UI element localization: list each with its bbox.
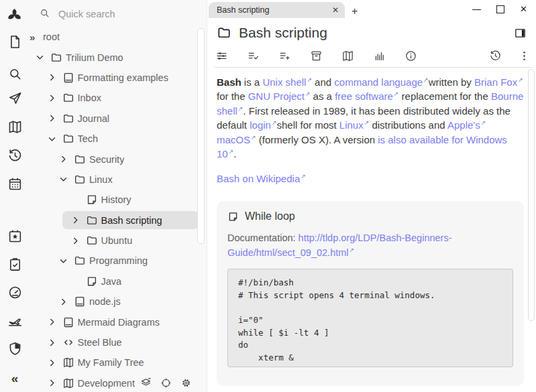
card-title[interactable]: While loop [245, 209, 295, 224]
inline-link[interactable]: login↗ [250, 119, 276, 131]
tree-item-inner[interactable]: Bash scripting [62, 211, 199, 229]
tree-item-tech[interactable]: Tech [27, 129, 207, 149]
chevron-right-icon[interactable] [58, 297, 68, 307]
right-pane-toggle-icon[interactable] [514, 27, 527, 40]
content-scrollbar-thumb[interactable] [528, 69, 535, 321]
trilium-logo-icon[interactable] [5, 5, 25, 25]
tree-item-programming[interactable]: Programming [27, 251, 207, 271]
tree-item-steel-blue[interactable]: Steel Blue [27, 332, 207, 352]
tree-scrollbar-thumb[interactable] [197, 28, 205, 244]
chevron-right-icon[interactable] [70, 215, 81, 225]
code-block[interactable]: #!/bin/bash # This script opens 4 termin… [227, 269, 513, 367]
minimize-button[interactable]: — [472, 5, 481, 13]
bar-chart-icon[interactable] [373, 50, 386, 62]
tree-item-inner[interactable]: Java [62, 272, 199, 290]
tree-item-inner[interactable]: Programming [50, 252, 199, 270]
chevron-down-icon[interactable] [35, 52, 45, 62]
wikipedia-link[interactable]: Bash on Wikipedia↗ [217, 173, 306, 184]
chevron-down-icon[interactable] [58, 256, 68, 266]
tree-item-inner[interactable]: Ubuntu [62, 232, 199, 250]
tree-item-java[interactable]: Java [27, 271, 207, 291]
tree-item-bash-scripting[interactable]: Bash scripting [27, 210, 207, 231]
recent-changes-icon[interactable] [489, 50, 502, 62]
tree-item-inner[interactable]: Journal [39, 109, 199, 127]
recent-changes-icon[interactable] [5, 145, 25, 166]
tree-item-journal[interactable]: Journal [27, 109, 207, 129]
inline-link[interactable]: GNU Project↗ [248, 90, 311, 102]
inline-link[interactable]: Apple's↗ [447, 119, 486, 131]
tree-item-inner[interactable]: History [62, 191, 199, 209]
tree-item-inner[interactable]: Linux [50, 170, 199, 188]
tab-close-icon[interactable]: ✕ [332, 5, 339, 15]
jump-to-note-icon[interactable] [5, 88, 25, 108]
list-check-icon[interactable] [247, 50, 260, 62]
tree-item-inner[interactable]: node.js [50, 293, 199, 311]
expand-guillemet-icon[interactable]: » [30, 32, 40, 42]
list-plus-icon[interactable] [278, 50, 291, 62]
search-icon[interactable] [5, 64, 25, 84]
inline-link[interactable]: Unix shell↗ [262, 76, 312, 88]
tab-bash-scripting[interactable]: Bash scripting ✕ [209, 2, 345, 18]
tree-item-inner[interactable]: »root [27, 28, 199, 46]
chevron-right-icon[interactable] [47, 358, 57, 368]
tree-item-inner[interactable]: My Family Tree [39, 354, 199, 372]
tree-item-node-js[interactable]: node.js [27, 291, 207, 312]
chevron-right-icon[interactable] [70, 236, 81, 246]
tree-item-security[interactable]: Security [27, 149, 207, 169]
note-map-icon[interactable] [5, 117, 25, 137]
close-button[interactable]: ✕ [520, 5, 527, 13]
new-note-icon[interactable] [5, 31, 25, 52]
maximize-button[interactable] [496, 5, 504, 13]
tree-item-inner[interactable]: Inbox [39, 89, 199, 107]
locate-icon[interactable] [160, 377, 172, 389]
chevron-right-icon[interactable] [58, 154, 68, 164]
today-icon[interactable] [5, 226, 25, 246]
tree-item-history[interactable]: History [27, 190, 207, 210]
tree-item-inner[interactable]: Tech [39, 130, 199, 148]
chevron-right-icon[interactable] [47, 378, 57, 388]
shield-icon[interactable] [5, 338, 25, 358]
inline-link[interactable]: Linux↗ [339, 119, 369, 131]
tree-item-inner[interactable]: Mermaid Diagrams [39, 313, 199, 331]
map-icon[interactable] [341, 50, 354, 62]
chevron-right-icon[interactable] [47, 317, 57, 327]
tree-item-root[interactable]: »root [27, 27, 207, 47]
tree-item-inbox[interactable]: Inbox [27, 88, 207, 108]
tree-item-inner[interactable]: Development [39, 374, 199, 392]
tree-item-inner[interactable]: Formatting examples [39, 68, 199, 86]
layers-icon[interactable] [140, 377, 152, 389]
chevron-right-icon[interactable] [47, 72, 57, 82]
archive-icon[interactable] [310, 50, 323, 62]
inline-link[interactable]: command language↗ [334, 76, 428, 88]
note-title[interactable]: Bash scripting [239, 25, 506, 41]
dots-vertical-icon[interactable] [518, 50, 531, 62]
chevron-down-icon[interactable] [58, 174, 68, 184]
tree-item-inner[interactable]: Trilium Demo [27, 48, 199, 66]
calendar-icon[interactable] [5, 174, 25, 194]
info-icon[interactable] [405, 50, 417, 62]
chevron-right-icon[interactable] [47, 93, 57, 103]
tree-item-ubuntu[interactable]: Ubuntu [27, 231, 207, 251]
inline-link[interactable]: Brian Fox↗ [474, 76, 523, 88]
tree-item-inner[interactable]: Security [50, 150, 199, 168]
dashboard-icon[interactable] [5, 282, 25, 302]
task-manager-icon[interactable] [5, 254, 25, 274]
tree-item-formatting-examples[interactable]: Formatting examples [27, 68, 207, 88]
chevron-right-icon[interactable] [47, 113, 57, 123]
gear-icon[interactable] [180, 377, 192, 389]
collapse-tree-icon[interactable]: « [5, 369, 25, 389]
tree-item-inner[interactable]: Steel Blue [39, 334, 199, 352]
chevron-right-icon[interactable] [47, 338, 57, 348]
new-tab-button[interactable]: + [352, 5, 358, 17]
note-content[interactable]: Bash is a Unix shell↗ and command langua… [207, 67, 527, 392]
chevron-down-icon[interactable] [47, 134, 57, 144]
sliders-icon[interactable] [215, 50, 228, 62]
tree-item-my-family-tree[interactable]: My Family Tree [27, 352, 207, 373]
inline-link[interactable]: macOS↗ [217, 134, 256, 145]
tree-item-mermaid-diagrams[interactable]: Mermaid Diagrams [27, 312, 207, 332]
inline-link[interactable]: free software↗ [335, 90, 398, 102]
travel-icon[interactable] [5, 310, 25, 330]
quick-search[interactable]: Quick search [39, 5, 200, 23]
tree-item-development[interactable]: Development [27, 373, 207, 392]
tree-item-linux[interactable]: Linux [27, 170, 207, 190]
